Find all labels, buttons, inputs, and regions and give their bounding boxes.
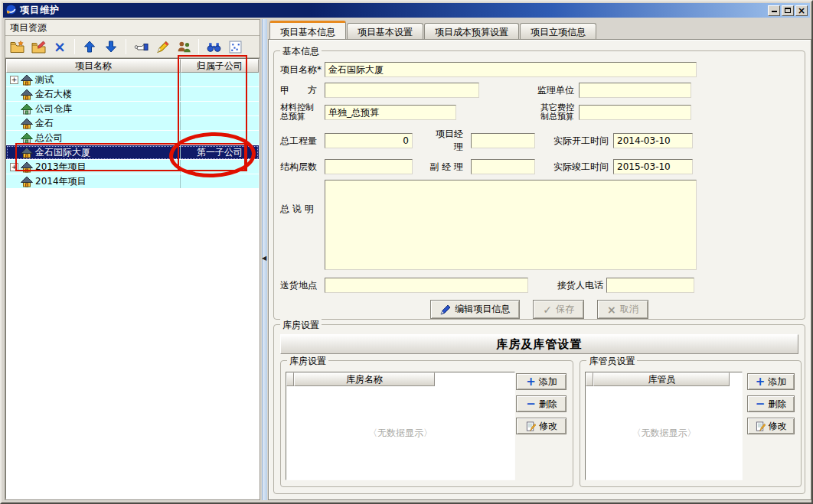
deputy-manager-input[interactable] xyxy=(471,159,535,174)
binoculars-icon xyxy=(207,42,221,52)
close-icon: × xyxy=(798,7,805,15)
edit-folder-button[interactable] xyxy=(30,38,47,55)
storekeeper-settings-group: 库管员设置 库管员 〈无数据显示〉 +添加 −删除 xyxy=(580,360,802,487)
save-button[interactable]: ✓ 保存 xyxy=(533,300,584,319)
no-data-text: 〈无数据显示〉 xyxy=(586,386,742,480)
close-button[interactable]: × xyxy=(795,5,808,16)
tree-item-company xyxy=(181,131,259,145)
subgroup-title: 库房设置 xyxy=(287,355,328,368)
maximize-button[interactable] xyxy=(782,5,794,16)
detail-panel: 项目基本信息 项目基本设置 项目成本预算设置 项目立项信息 基本信息 项目名称*… xyxy=(268,21,811,500)
users-button[interactable] xyxy=(175,38,192,55)
storeroom-add-button[interactable]: +添加 xyxy=(516,373,566,390)
warehouse-banner: 库房及库管设置 xyxy=(280,334,798,354)
actual-start-date-input[interactable] xyxy=(613,133,693,148)
total-quantity-input[interactable] xyxy=(325,133,413,148)
edit-project-label: 编辑项目信息 xyxy=(455,303,510,316)
storekeeper-table: 库管员 〈无数据显示〉 xyxy=(585,372,743,480)
expander-icon[interactable]: + xyxy=(10,76,18,84)
toolbar-separator xyxy=(126,39,126,54)
add-label: 添加 xyxy=(539,376,557,389)
tree-row[interactable]: 金石 xyxy=(6,116,259,131)
column-header-storeroom-name[interactable]: 库房名称 xyxy=(294,372,435,386)
tab-project-basic-settings[interactable]: 项目基本设置 xyxy=(347,23,423,39)
arrow-up-icon xyxy=(83,41,96,53)
panel-splitter[interactable]: ◀ xyxy=(262,19,267,500)
edit-project-button[interactable]: 编辑项目信息 xyxy=(430,300,520,319)
move-down-button[interactable] xyxy=(103,38,119,55)
storekeeper-delete-button[interactable]: −删除 xyxy=(747,395,795,412)
group-title: 基本信息 xyxy=(280,45,322,58)
modify-icon xyxy=(526,421,536,431)
delete-label: 删除 xyxy=(539,398,557,411)
supervisor-input[interactable] xyxy=(579,83,691,98)
structure-layers-input[interactable] xyxy=(325,159,413,174)
column-header-storekeeper[interactable]: 库管员 xyxy=(593,372,730,386)
house-icon xyxy=(21,161,33,173)
tree-item-label: 金石大楼 xyxy=(35,88,72,101)
field-label-delivery-address: 送货地点 xyxy=(279,279,325,292)
tree-toolbar: × xyxy=(5,36,260,58)
actual-end-date-input[interactable] xyxy=(613,159,693,174)
tree-row[interactable]: + 测试 xyxy=(6,73,259,87)
report-button[interactable] xyxy=(227,38,243,55)
tree-row-selected[interactable]: 金石国际大厦 第一子公司 xyxy=(6,145,259,160)
pencil-icon xyxy=(156,41,169,54)
field-label-deputy-manager: 副 经 理 xyxy=(426,161,463,174)
tree-row[interactable]: 总公司 xyxy=(6,131,259,145)
storeroom-delete-button[interactable]: −删除 xyxy=(516,395,566,412)
warehouse-group: 库房设置 库房及库管设置 库房设置 库房名称 〈无数据显示〉 xyxy=(273,324,805,494)
column-header-project-name[interactable]: 项目名称 xyxy=(6,59,181,73)
delete-button[interactable]: × xyxy=(51,38,68,55)
receiver-phone-input[interactable] xyxy=(606,278,694,293)
move-up-button[interactable] xyxy=(81,38,98,55)
select-button[interactable] xyxy=(132,38,149,55)
new-folder-button[interactable] xyxy=(8,38,25,55)
search-button[interactable] xyxy=(205,38,222,55)
tab-project-approval-info[interactable]: 项目立项信息 xyxy=(520,23,596,39)
app-icon xyxy=(5,4,17,18)
storekeeper-modify-button[interactable]: 修改 xyxy=(747,418,795,434)
cancel-button[interactable]: × 取消 xyxy=(597,300,648,319)
column-header-subsidiary[interactable]: 归属子公司 xyxy=(181,59,259,73)
project-manager-input[interactable] xyxy=(471,133,535,148)
party-a-input[interactable] xyxy=(325,83,479,98)
other-budget-input[interactable] xyxy=(579,105,691,120)
tree-row[interactable]: 公司仓库 xyxy=(6,102,259,116)
edit-folder-icon xyxy=(31,41,46,54)
field-label-project-manager: 项目经理 xyxy=(426,128,463,154)
expander-icon[interactable]: + xyxy=(10,163,18,171)
new-folder-icon xyxy=(10,41,24,54)
tree-row[interactable]: 2014年项目 xyxy=(6,174,259,189)
minus-icon: − xyxy=(526,399,536,408)
field-label-other-budget: 其它费控 制总预算 xyxy=(513,103,574,122)
delivery-address-input[interactable] xyxy=(325,278,528,293)
tree-item-label: 总公司 xyxy=(35,132,63,145)
app-window: 项目维护 × 项目资源 × xyxy=(0,0,813,504)
minimize-button[interactable] xyxy=(768,5,780,16)
project-resource-panel: 项目资源 × xyxy=(5,19,260,500)
storekeeper-add-button[interactable]: +添加 xyxy=(747,373,795,390)
field-label-project-name: 项目名称* xyxy=(279,63,325,76)
tree-row[interactable]: + 2013年项目 xyxy=(6,160,259,174)
toolbar-separator xyxy=(198,39,199,54)
edit-pencil-button[interactable] xyxy=(154,38,171,55)
tree-item-label: 公司仓库 xyxy=(35,102,72,115)
collapse-arrow-icon: ◀ xyxy=(262,255,266,262)
project-tree: 项目名称 归属子公司 + 测试 金石大楼 公司仓库 xyxy=(5,58,260,499)
storeroom-modify-button[interactable]: 修改 xyxy=(516,418,566,434)
tree-row[interactable]: 金石大楼 xyxy=(6,87,259,102)
field-label-party-a: 甲 方 xyxy=(279,84,325,97)
tab-project-basic-info[interactable]: 项目基本信息 xyxy=(269,21,346,39)
users-icon xyxy=(177,41,191,54)
project-name-input[interactable] xyxy=(325,62,697,77)
house-icon xyxy=(21,74,33,86)
tree-item-company xyxy=(181,160,259,174)
titlebar: 项目维护 × xyxy=(3,3,810,18)
tree-item-label: 金石国际大厦 xyxy=(35,146,90,159)
material-budget-input[interactable] xyxy=(325,105,456,120)
tab-cost-budget-settings[interactable]: 项目成本预算设置 xyxy=(424,23,519,39)
pen-icon xyxy=(440,304,451,315)
summary-textarea[interactable] xyxy=(325,180,697,270)
basic-info-group: 基本信息 项目名称* 甲 方 监理单位 材料控制 总预算 其它费控 制总预算 xyxy=(273,50,805,320)
